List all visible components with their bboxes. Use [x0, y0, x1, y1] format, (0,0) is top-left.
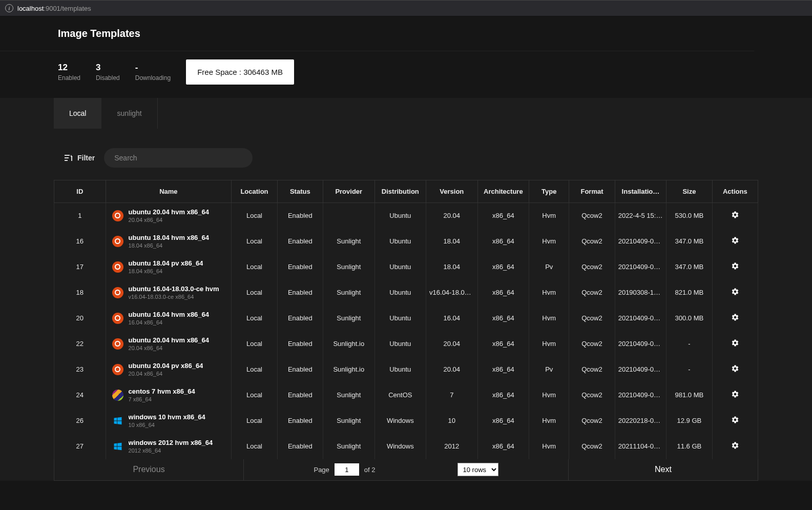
search-input[interactable] — [104, 148, 253, 168]
name-secondary: 16.04 x86_64 — [129, 319, 210, 325]
cell-provider: Sunlight.io — [323, 357, 375, 382]
col-status[interactable]: Status — [277, 180, 323, 203]
cell-actions — [712, 331, 758, 357]
os-logo-icon — [112, 441, 123, 452]
cell-format: Qcow2 — [569, 357, 615, 382]
cell-name: ubuntu 20.04 hvm x86_6420.04 x86_64 — [106, 203, 232, 229]
name-primary: windows 10 hvm x86_64 — [129, 413, 205, 421]
col-provider[interactable]: Provider — [323, 180, 375, 203]
cell-location: Local — [232, 357, 277, 382]
cell-provider: Sunlight — [323, 254, 375, 280]
cell-location: Local — [232, 305, 277, 331]
cell-installation: 20210409-00000 — [615, 357, 667, 382]
stat-disabled: 3 Disabled — [96, 63, 120, 81]
cell-format: Qcow2 — [569, 254, 615, 280]
filter-icon — [64, 154, 73, 161]
name-secondary: 20.04 x86_64 — [129, 371, 203, 377]
cell-name: centos 7 hvm x86_647 x86_64 — [106, 382, 232, 408]
cell-status: Enabled — [277, 331, 323, 357]
col-architecture[interactable]: Architecture — [477, 180, 529, 203]
filter-label-text: Filter — [77, 154, 95, 162]
name-primary: ubuntu 18.04 hvm x86_64 — [129, 234, 210, 241]
cell-version: 20.04 — [426, 331, 478, 357]
cell-architecture: x86_64 — [477, 331, 529, 357]
table-row: 18ubuntu 16.04-18.03.0-ce hvmv16.04-18.0… — [54, 280, 758, 305]
gear-icon[interactable] — [731, 288, 739, 296]
col-size[interactable]: Size — [667, 180, 712, 203]
cell-installation: 20210409-00000 — [615, 331, 667, 357]
col-format[interactable]: Format — [569, 180, 615, 203]
cell-format: Qcow2 — [569, 229, 615, 254]
cell-actions — [712, 203, 758, 229]
cell-name: ubuntu 18.04 pv x86_6418.04 x86_64 — [106, 254, 232, 280]
table-row: 20ubuntu 16.04 hvm x86_6416.04 x86_64Loc… — [54, 305, 758, 331]
cell-installation: 20210409-00000 — [615, 229, 667, 254]
browser-url-bar[interactable]: i localhost:9001/templates — [0, 0, 812, 16]
cell-location: Local — [232, 254, 277, 280]
cell-type: Hvm — [529, 382, 569, 408]
col-actions[interactable]: Actions — [712, 180, 758, 203]
gear-icon[interactable] — [731, 441, 739, 450]
cell-actions — [712, 254, 758, 280]
cell-provider: Sunlight — [323, 434, 375, 459]
gear-icon[interactable] — [731, 211, 739, 219]
gear-icon[interactable] — [731, 313, 739, 321]
cell-location: Local — [232, 331, 277, 357]
stat-enabled-label: Enabled — [58, 74, 80, 81]
freespace-badge: Free Space : 306463 MB — [186, 59, 294, 85]
col-name[interactable]: Name — [106, 180, 232, 203]
cell-size: 347.0 MB — [667, 229, 712, 254]
cell-distribution: Windows — [374, 408, 426, 434]
cell-type: Hvm — [529, 203, 569, 229]
cell-name: windows 10 hvm x86_6410 x86_64 — [106, 408, 232, 434]
pagination-previous[interactable]: Previous — [54, 459, 244, 480]
cell-location: Local — [232, 434, 277, 459]
cell-name: ubuntu 18.04 hvm x86_6418.04 x86_64 — [106, 229, 232, 254]
filter-button[interactable]: Filter — [64, 154, 95, 162]
cell-format: Qcow2 — [569, 331, 615, 357]
table-row: 27windows 2012 hvm x86_642012 x86_64Loca… — [54, 434, 758, 459]
col-distribution[interactable]: Distribution — [374, 180, 426, 203]
cell-architecture: x86_64 — [477, 357, 529, 382]
pagination-rows-select[interactable]: 10 rows — [457, 463, 498, 476]
pagination-page-label: Page — [314, 466, 329, 474]
os-logo-icon — [112, 338, 123, 350]
os-logo-icon — [112, 390, 123, 401]
name-secondary: 18.04 x86_64 — [129, 242, 210, 249]
gear-icon[interactable] — [731, 339, 739, 347]
cell-name: windows 2012 hvm x86_642012 x86_64 — [106, 434, 232, 459]
col-installation[interactable]: Installatio… — [615, 180, 667, 203]
pagination-page-input[interactable] — [335, 463, 359, 476]
cell-type: Hvm — [529, 280, 569, 305]
cell-status: Enabled — [277, 408, 323, 434]
cell-format: Qcow2 — [569, 408, 615, 434]
cell-provider: Sunlight — [323, 305, 375, 331]
cell-size: 530.0 MB — [667, 203, 712, 229]
cell-installation: 20220218-00000 — [615, 408, 667, 434]
col-id[interactable]: ID — [54, 180, 106, 203]
cell-distribution: Ubuntu — [374, 203, 426, 229]
pagination-next[interactable]: Next — [568, 459, 758, 480]
gear-icon[interactable] — [731, 364, 739, 373]
os-logo-icon — [112, 415, 123, 426]
tab-local[interactable]: Local — [54, 98, 101, 129]
stat-enabled-value: 12 — [58, 63, 80, 73]
tab-sunlight[interactable]: sunlight — [101, 98, 157, 129]
col-type[interactable]: Type — [529, 180, 569, 203]
gear-icon[interactable] — [731, 390, 739, 398]
pagination-page-of: of 2 — [364, 466, 376, 474]
col-location[interactable]: Location — [232, 180, 277, 203]
gear-icon[interactable] — [731, 262, 739, 270]
col-version[interactable]: Version — [426, 180, 478, 203]
cell-installation: 20211104-00000 — [615, 434, 667, 459]
gear-icon[interactable] — [731, 236, 739, 244]
gear-icon[interactable] — [731, 416, 739, 424]
cell-id: 23 — [54, 357, 106, 382]
cell-installation: 20210409-00000 — [615, 305, 667, 331]
cell-location: Local — [232, 229, 277, 254]
cell-size: 981.0 MB — [667, 382, 712, 408]
cell-size: 347.0 MB — [667, 254, 712, 280]
name-secondary: 18.04 x86_64 — [129, 268, 203, 274]
name-secondary: 7 x86_64 — [129, 396, 195, 402]
cell-id: 16 — [54, 229, 106, 254]
